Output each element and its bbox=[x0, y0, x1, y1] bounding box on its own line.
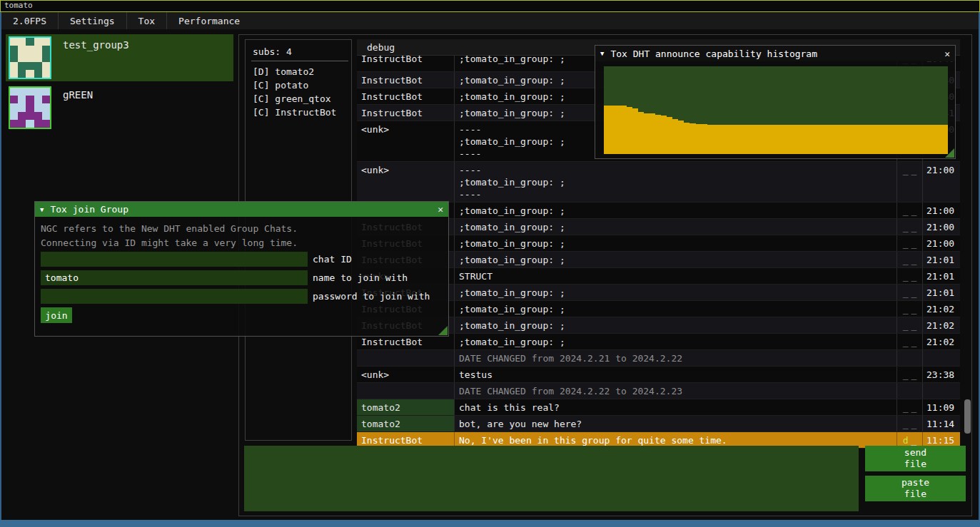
message-text: ;tomato_in_group: ; bbox=[454, 285, 896, 300]
avatar-pixel bbox=[18, 120, 26, 128]
histogram-bar bbox=[764, 125, 770, 154]
subs-count: subs: 4 bbox=[246, 40, 351, 61]
chat-scrollbar[interactable] bbox=[964, 399, 971, 434]
avatar-pixel bbox=[10, 120, 18, 128]
join-group-body: NGC refers to the New DHT enabled Group … bbox=[35, 217, 448, 336]
avatar-pixel bbox=[18, 46, 26, 53]
histogram-bar bbox=[804, 125, 810, 154]
avatar-pixel bbox=[34, 103, 42, 111]
status-mark: _ bbox=[911, 287, 917, 298]
join-password-field[interactable] bbox=[41, 289, 308, 304]
resize-grip[interactable] bbox=[438, 326, 448, 335]
message-status: __ bbox=[896, 203, 922, 218]
status-mark: _ bbox=[903, 337, 909, 347]
histogram-bar bbox=[850, 125, 856, 154]
close-icon[interactable]: ✕ bbox=[438, 204, 443, 215]
message-sender: <unk> bbox=[357, 162, 454, 202]
avatar-pixel bbox=[26, 38, 34, 46]
histogram-bar bbox=[689, 123, 695, 154]
status-mark: _ bbox=[903, 287, 909, 298]
message-text: ;tomato_in_group: ; bbox=[454, 203, 896, 218]
system-message-row: DATE CHANGED from 2024.2.21 to 2024.2.22 bbox=[357, 350, 960, 367]
dht-histogram-titlebar[interactable]: ▼ Tox DHT announce capability histogram … bbox=[595, 46, 955, 61]
subs-separator bbox=[251, 61, 348, 61]
group-item-test_group3[interactable]: test_group3 bbox=[6, 34, 233, 81]
histogram-bar bbox=[667, 117, 672, 154]
send-file-button[interactable]: send file bbox=[865, 446, 966, 471]
message-status: __ bbox=[896, 268, 922, 284]
message-sender: tomato2 bbox=[357, 416, 454, 431]
status-mark: _ bbox=[911, 271, 917, 282]
message-status: __ bbox=[896, 162, 922, 202]
resize-grip[interactable] bbox=[945, 148, 954, 158]
histogram-bar bbox=[638, 112, 644, 154]
subs-member: [C] green_qtox bbox=[246, 92, 351, 106]
histogram-bar bbox=[678, 121, 684, 154]
group-item-gREEN[interactable]: gREEN bbox=[6, 84, 233, 131]
group-name: gREEN bbox=[63, 89, 93, 101]
histogram-bar bbox=[724, 125, 730, 154]
message-sender: <unk> bbox=[357, 367, 454, 382]
status-mark: _ bbox=[911, 337, 917, 347]
message-sender: InstructBot bbox=[357, 105, 454, 121]
join-group-titlebar[interactable]: ▼ Tox join Group ✕ bbox=[35, 202, 448, 217]
close-icon[interactable]: ✕ bbox=[944, 48, 950, 59]
menu-item-performance[interactable]: Performance bbox=[167, 12, 251, 29]
join-name-field[interactable] bbox=[41, 270, 308, 285]
status-mark: _ bbox=[903, 402, 909, 413]
histogram-bar bbox=[672, 119, 678, 154]
avatar-pixel bbox=[26, 88, 34, 96]
message-time: 21:00 bbox=[922, 219, 960, 235]
message-input[interactable] bbox=[244, 446, 859, 511]
histogram-bar bbox=[719, 125, 724, 154]
subs-member: [D] tomato2 bbox=[246, 65, 351, 78]
histogram-bar bbox=[891, 125, 896, 154]
message-time: 21:01 bbox=[922, 285, 960, 300]
menu-item-tox[interactable]: Tox bbox=[127, 12, 166, 29]
avatar-pixel bbox=[10, 70, 18, 78]
histogram-bar bbox=[747, 125, 753, 154]
status-mark: _ bbox=[903, 271, 909, 282]
message-row: <unk>testus__23:38 bbox=[357, 367, 960, 383]
join-hint-line1: NGC refers to the New DHT enabled Group … bbox=[35, 217, 448, 236]
avatar-pixel bbox=[18, 70, 26, 78]
message-status: __ bbox=[896, 399, 922, 415]
status-mark: _ bbox=[911, 222, 917, 232]
avatar-pixel bbox=[10, 46, 18, 53]
collapse-icon[interactable]: ▼ bbox=[600, 50, 604, 57]
message-text: ;tomato_in_group: ; bbox=[454, 252, 896, 267]
chat-id-field[interactable] bbox=[41, 252, 308, 267]
message-status: __ bbox=[896, 416, 922, 431]
histogram-bar bbox=[799, 125, 804, 154]
message-sender: <unk> bbox=[357, 121, 454, 161]
message-row: tomato2bot, are you new here?__11:14 bbox=[357, 416, 960, 432]
menu-item-settings[interactable]: Settings bbox=[59, 12, 126, 29]
join-group-title: Tox join Group bbox=[50, 204, 438, 215]
message-status: __ bbox=[896, 301, 922, 317]
histogram-bar bbox=[610, 106, 615, 154]
join-password-label: password to join with bbox=[313, 291, 430, 302]
message-status bbox=[896, 383, 922, 399]
status-mark: _ bbox=[911, 435, 917, 446]
histogram-bar bbox=[770, 125, 776, 154]
histogram-bar bbox=[810, 125, 816, 154]
join-button[interactable]: join bbox=[41, 307, 72, 323]
status-mark: _ bbox=[903, 222, 909, 232]
histogram-bar bbox=[925, 125, 931, 154]
avatar-pixel bbox=[42, 96, 50, 103]
status-mark: _ bbox=[911, 419, 917, 429]
avatar-pixel bbox=[10, 38, 18, 46]
dht-histogram-plot bbox=[604, 66, 948, 154]
message-status: __ bbox=[896, 334, 922, 349]
histogram-bar bbox=[644, 113, 650, 154]
avatar-pixel bbox=[42, 70, 50, 78]
join-password-row: password to join with bbox=[41, 289, 430, 304]
avatar-pixel bbox=[10, 53, 18, 61]
group-avatar bbox=[9, 86, 51, 129]
histogram-bar bbox=[873, 125, 879, 154]
paste-file-button[interactable]: paste file bbox=[865, 476, 966, 501]
collapse-icon[interactable]: ▼ bbox=[40, 206, 44, 213]
avatar-pixel bbox=[26, 46, 34, 53]
histogram-bar bbox=[885, 125, 891, 154]
tab-debug[interactable]: debug bbox=[357, 42, 395, 53]
